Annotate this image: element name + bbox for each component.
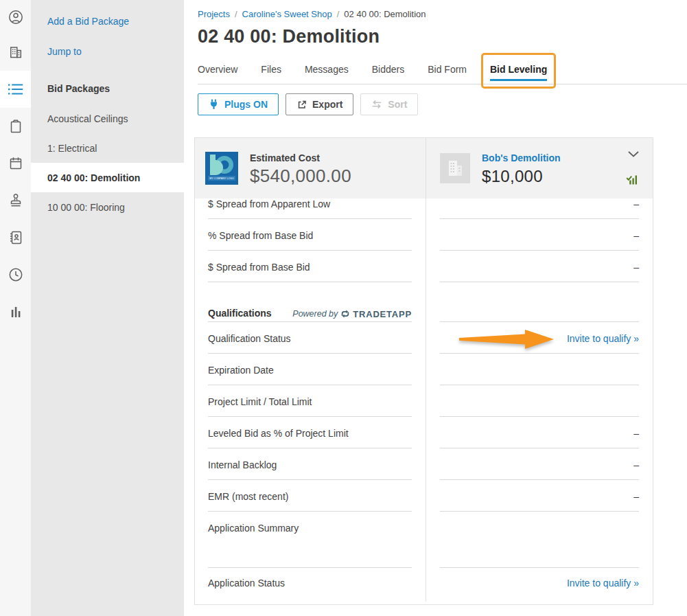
bid-leveling-table: MY COMPANY LOGO Estimated Cost $540,000.… <box>194 137 653 605</box>
row-value: – <box>426 251 653 282</box>
tab-bidders[interactable]: Bidders <box>372 64 404 81</box>
tab-bid-form[interactable]: Bid Form <box>428 64 467 81</box>
export-button[interactable]: Export <box>286 93 353 115</box>
sort-icon <box>371 100 382 109</box>
tab-messages[interactable]: Messages <box>305 64 349 81</box>
export-icon <box>296 100 307 110</box>
bidder-name-link[interactable]: Bob's Demolition <box>482 152 561 163</box>
annotation-arrow <box>459 327 555 352</box>
history-clock-icon[interactable] <box>0 256 31 293</box>
row-value: – <box>426 219 653 251</box>
clipboard-icon[interactable] <box>0 108 31 145</box>
app-window: Add a Bid Package Jump to Bid Packages A… <box>0 0 687 616</box>
icon-rail <box>0 0 31 616</box>
company-icon[interactable] <box>0 34 31 71</box>
sidebar-item-demolition[interactable]: 02 40 00: Demolition <box>31 163 184 192</box>
stamp-icon[interactable] <box>0 182 31 219</box>
table-row: Application Summary <box>195 512 653 568</box>
table-row: $ Spread from Base Bid – <box>195 251 653 282</box>
estimated-cost-label: Estimated Cost <box>250 152 351 163</box>
row-label: Project Limit / Total Limit <box>195 385 426 417</box>
tab-overview[interactable]: Overview <box>198 64 237 81</box>
row-label: $ Spread from Base Bid <box>195 251 426 282</box>
breadcrumb-project-name[interactable]: Caroline's Sweet Shop <box>242 9 332 19</box>
bid-packages-list-icon[interactable] <box>0 71 31 108</box>
tradetapp-wordmark: TRADETAPP <box>353 309 412 319</box>
row-label: EMR (most recent) <box>195 480 426 512</box>
breadcrumb-current: 02 40 00: Demolition <box>344 9 426 19</box>
sort-label: Sort <box>388 99 407 110</box>
table-row: % Spread from Base Bid – <box>195 219 653 251</box>
application-status-row: Application Status Invite to qualify » <box>195 568 653 602</box>
powered-by-tradetapp: Powered by TRADETAPP <box>292 309 412 319</box>
estimated-cost-amount: $540,000.00 <box>250 166 351 187</box>
row-value: – <box>426 198 653 219</box>
row-label: Internal Backlog <box>195 448 426 480</box>
breadcrumb-separator: / <box>337 9 340 19</box>
table-header: MY COMPANY LOGO Estimated Cost $540,000.… <box>195 138 653 198</box>
row-value <box>426 354 653 385</box>
sort-button-disabled: Sort <box>360 93 418 115</box>
reports-bar-chart-icon[interactable] <box>0 293 31 330</box>
bidder-cell: Bob's Demolition $10,000 <box>426 138 653 198</box>
contacts-icon[interactable] <box>0 219 31 256</box>
table-row: EMR (most recent) – <box>195 480 653 512</box>
row-label: % Spread from Base Bid <box>195 219 426 251</box>
plugs-on-label: Plugs ON <box>224 99 268 110</box>
jump-to-link[interactable]: Jump to <box>31 36 184 67</box>
table-row: $ Spread from Apparent Low – <box>195 198 653 219</box>
table-row: Internal Backlog – <box>195 448 653 480</box>
table-row: Leveled Bid as % of Project Limit – <box>195 417 653 448</box>
row-value: – <box>426 480 653 512</box>
row-value: – <box>426 417 653 448</box>
tab-bar: Overview Files Messages Bidders Bid Form… <box>198 64 687 84</box>
row-label: Application Summary <box>195 512 426 568</box>
plug-icon <box>209 99 219 110</box>
invite-to-qualify-link[interactable]: Invite to qualify » <box>567 333 639 344</box>
sidebar-item-acoustical-ceilings[interactable]: Acoustical Ceilings <box>31 104 184 133</box>
sidebar-item-electrical[interactable]: 1: Electrical <box>31 133 184 163</box>
bid-packages-section-title: Bid Packages <box>31 73 184 104</box>
spacer-row <box>195 282 653 299</box>
row-label: Application Status <box>195 568 426 602</box>
row-label: Leveled Bid as % of Project Limit <box>195 417 426 448</box>
tradetapp-logo-icon <box>340 309 350 319</box>
company-logo: MY COMPANY LOGO <box>205 152 238 185</box>
bidder-chevron-down-icon[interactable] <box>628 148 639 160</box>
main-content: Projects / Caroline's Sweet Shop / 02 40… <box>184 0 687 616</box>
table-body: $ Spread from Apparent Low – % Spread fr… <box>195 198 653 604</box>
table-row: Project Limit / Total Limit <box>195 385 653 417</box>
row-value <box>426 385 653 417</box>
add-bid-package-link[interactable]: Add a Bid Package <box>31 6 184 36</box>
tab-bid-leveling[interactable]: Bid Leveling <box>490 64 547 81</box>
row-label: $ Spread from Apparent Low <box>195 198 426 219</box>
breadcrumb-separator: / <box>235 9 237 19</box>
invite-to-qualify-link[interactable]: Invite to qualify » <box>567 578 639 589</box>
toolbar: Plugs ON Export Sort <box>198 93 687 115</box>
profile-icon[interactable] <box>0 0 31 34</box>
svg-text:MY COMPANY LOGO: MY COMPANY LOGO <box>209 177 234 180</box>
qualifications-section-row: Qualifications Powered by TRADETAPP <box>195 299 653 322</box>
sidebar: Add a Bid Package Jump to Bid Packages A… <box>31 0 184 616</box>
export-label: Export <box>312 99 342 110</box>
tab-bid-leveling-label: Bid Leveling <box>490 64 547 75</box>
tab-files[interactable]: Files <box>261 64 281 81</box>
row-value <box>426 512 653 568</box>
plugs-on-button[interactable]: Plugs ON <box>198 93 279 115</box>
row-label: Expiration Date <box>195 354 426 385</box>
qualifications-heading: Qualifications <box>208 308 272 319</box>
bidder-amount: $10,000 <box>482 167 561 186</box>
calendar-icon[interactable] <box>0 145 31 182</box>
breadcrumb: Projects / Caroline's Sweet Shop / 02 40… <box>198 9 687 19</box>
table-row: Expiration Date <box>195 354 653 385</box>
qualification-status-row: Qualification Status Invite to qualify » <box>195 322 653 354</box>
bidder-building-icon <box>440 153 470 183</box>
row-value: – <box>426 448 653 480</box>
breadcrumb-projects[interactable]: Projects <box>198 9 230 19</box>
row-label: Qualification Status <box>195 322 426 354</box>
estimated-cost-cell: MY COMPANY LOGO Estimated Cost $540,000.… <box>195 138 426 198</box>
sidebar-item-flooring[interactable]: 10 00 00: Flooring <box>31 192 184 222</box>
qualified-stats-icon[interactable] <box>626 172 638 187</box>
powered-by-text: Powered by <box>292 309 338 319</box>
page-title: 02 40 00: Demolition <box>198 26 687 47</box>
